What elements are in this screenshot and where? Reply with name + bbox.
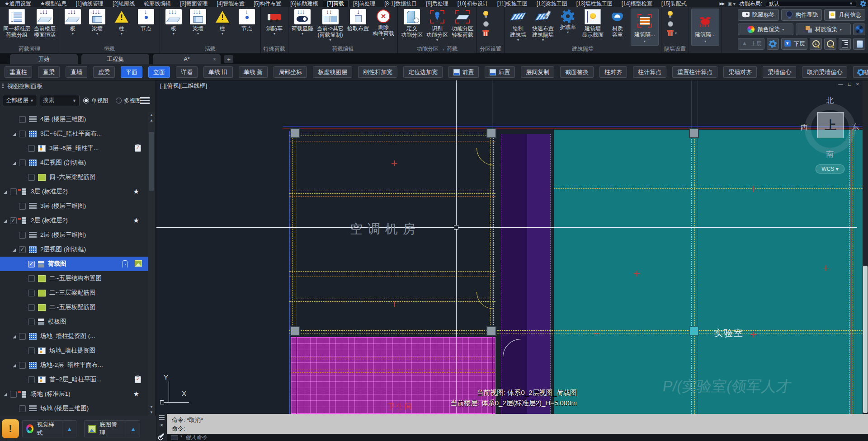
tree-checkbox[interactable] (28, 174, 35, 181)
document-tab[interactable]: 工程集 (81, 54, 149, 64)
base-map-button[interactable]: 底图管理 ▲ (84, 420, 140, 437)
drag-handle-icon[interactable] (159, 415, 165, 420)
toolbar-button[interactable]: 层间复制 (521, 66, 554, 78)
tree-item[interactable]: 3层 (标准层2) ★ (0, 184, 148, 199)
tree-item[interactable]: 场地_墙柱提资图 (... ★ (0, 329, 148, 343)
compass-west[interactable]: 西 (800, 122, 808, 132)
ribbon-button[interactable]: 材质容重▾ (605, 8, 630, 46)
ribbon-button[interactable]: 识别功能分区▾ (425, 8, 450, 46)
ribbon-collapse-icon[interactable]: ▣ ▾ (727, 1, 735, 6)
viewport-label[interactable]: [-][俯视][二维线框] (160, 82, 207, 90)
tree-item[interactable]: 场地_墙柱提资图 ★ (0, 343, 148, 358)
wcs-badge[interactable]: WCS ▾ (816, 164, 844, 174)
tree-checkbox[interactable] (19, 333, 26, 340)
favorite-star-icon[interactable]: ★ (133, 188, 139, 196)
scroll-down-icon[interactable]: ▼ (148, 405, 155, 409)
tree-item[interactable]: 2层 (标准层2) ★ (0, 213, 148, 228)
drawing-canvas[interactable]: [-][俯视][二维线框] — □ × (156, 80, 863, 414)
ribbon-button[interactable]: 节点▾ (134, 8, 158, 46)
menu-item[interactable]: [7]荷载 (323, 0, 349, 7)
layout-select[interactable]: 默认▼ (766, 1, 856, 7)
quick-button[interactable]: ▾ (853, 38, 865, 50)
compass-top-face[interactable]: 上 (817, 112, 844, 138)
canvas-scrollbar[interactable] (863, 80, 868, 414)
tree-checkbox[interactable] (28, 290, 35, 296)
toolbar-gear-icon[interactable] (857, 69, 864, 76)
tree-checkbox[interactable] (28, 275, 35, 282)
scroll-bottom-icon[interactable]: ▼ (148, 410, 155, 415)
toolbar-button[interactable]: 梁墙偏心 (763, 66, 796, 78)
mini-button[interactable]: ▾ (481, 29, 500, 37)
menu-item[interactable]: [12]梁施工图 (532, 0, 572, 7)
panel-menu-icon[interactable] (140, 97, 150, 104)
menu-item[interactable]: [4]智能布置 (212, 0, 249, 7)
expand-arrow-icon[interactable] (13, 133, 16, 136)
tree-checkbox[interactable] (19, 246, 26, 253)
quick-button[interactable]: ▾ (853, 23, 865, 35)
tree-checkbox[interactable] (19, 116, 26, 123)
toolbar-button[interactable]: 取消梁墙偏心 (802, 66, 847, 78)
menu-item[interactable]: [6]辅助建模 (286, 0, 322, 7)
ribbon-button[interactable]: 梁墙▾ (186, 8, 210, 46)
ribbon-button[interactable]: 梁墙▾ (85, 8, 109, 46)
quick-button[interactable]: 隐藏标签▾ (738, 9, 779, 21)
tree-checkbox[interactable] (10, 391, 17, 398)
toolbar-button[interactable]: 垂直柱 (5, 66, 32, 78)
toolbar-button[interactable]: 直墙 (66, 66, 87, 78)
ribbon-button[interactable]: 板▾ (161, 8, 186, 46)
expand-arrow-icon[interactable] (4, 393, 7, 396)
tree-checkbox[interactable] (28, 319, 35, 325)
expand-arrow-icon[interactable] (13, 364, 16, 367)
partition-wall-crab-button[interactable]: 建筑隔... ▾ (691, 9, 719, 46)
document-tab[interactable]: A*× (153, 54, 221, 64)
ribbon-button[interactable]: 板▾ (61, 8, 85, 46)
ribbon-button[interactable]: 荷载显隐▾ (290, 8, 315, 46)
menu-item[interactable]: [13]墙柱施工图 (572, 0, 617, 7)
mini-button[interactable]: ▾ (666, 29, 684, 37)
quick-button[interactable]: ▾ (824, 38, 836, 50)
expand-arrow-icon[interactable] (13, 249, 16, 252)
ribbon-button[interactable]: 消防车▾ (262, 8, 287, 46)
tree-item[interactable]: 场地 (标准层1) ★ (0, 387, 148, 401)
ribbon-button[interactable]: 节点▾ (235, 8, 259, 46)
tree-item-badge[interactable] (135, 376, 141, 383)
tree-item[interactable]: 荷载图 ★ (0, 257, 148, 271)
tree-item[interactable]: 场地 (楼层三维图) ★ (0, 401, 148, 416)
tree-item-badge[interactable] (135, 260, 142, 267)
tree-checkbox[interactable] (28, 304, 35, 311)
menu-item[interactable]: [3]截面管理 (175, 0, 212, 7)
quick-button[interactable]: ▾ (839, 38, 851, 50)
toolbar-button[interactable]: 后置 (485, 66, 515, 78)
quick-button[interactable]: ▾ (767, 38, 779, 50)
ribbon-button[interactable]: 拾取布置▾ (345, 8, 371, 46)
compass-south[interactable]: 南 (826, 149, 834, 160)
viewport-minimize-icon[interactable]: — (838, 81, 843, 87)
collapse-up-icon[interactable]: ▲ (62, 421, 72, 437)
tree-checkbox[interactable] (28, 376, 35, 383)
tree-item-badge[interactable] (135, 145, 141, 152)
quick-button[interactable]: 材质渲染▾ (796, 23, 851, 35)
toolbar-button[interactable]: 截面替换 (560, 66, 594, 78)
menu-item[interactable]: [11]板施工图 (493, 0, 532, 7)
tree-item[interactable]: 3层 (楼层三维图) ★ (0, 199, 148, 213)
quick-button[interactable]: 颜色渲染▾ (738, 23, 793, 35)
toolbar-button[interactable]: 详看 (176, 66, 198, 78)
tab-close-icon[interactable]: × (213, 56, 216, 62)
ribbon-button[interactable]: 同一标准层荷载分组▾ (1, 8, 32, 46)
menu-item[interactable]: [10]初步设计 (453, 0, 493, 7)
ribbon-button[interactable]: 当前楼层楼面恒活▾ (32, 8, 57, 46)
quick-button[interactable]: 构件显隐▾ (781, 9, 822, 21)
menu-item[interactable]: ★模型信息 (36, 0, 71, 7)
floor-filter-select[interactable]: 全部楼层▼ (3, 95, 37, 106)
visual-style-button[interactable]: 视觉样式 ▲ (22, 420, 76, 437)
menu-item[interactable]: ★通用设置 (0, 0, 36, 7)
multi-view-radio[interactable] (116, 98, 122, 103)
menu-item[interactable]: [14]模型检查 (617, 0, 657, 7)
menu-item[interactable]: 轮廓线编辑 (139, 0, 175, 7)
toolbar-button[interactable]: 定位边加宽 (403, 66, 443, 78)
warning-button[interactable]: ! (2, 419, 19, 438)
command-history[interactable]: 命令: *取消* 命令: (156, 414, 868, 434)
quick-button[interactable]: ▾ (810, 38, 822, 50)
tree-checkbox[interactable] (19, 131, 26, 137)
single-view-radio[interactable] (83, 98, 89, 103)
